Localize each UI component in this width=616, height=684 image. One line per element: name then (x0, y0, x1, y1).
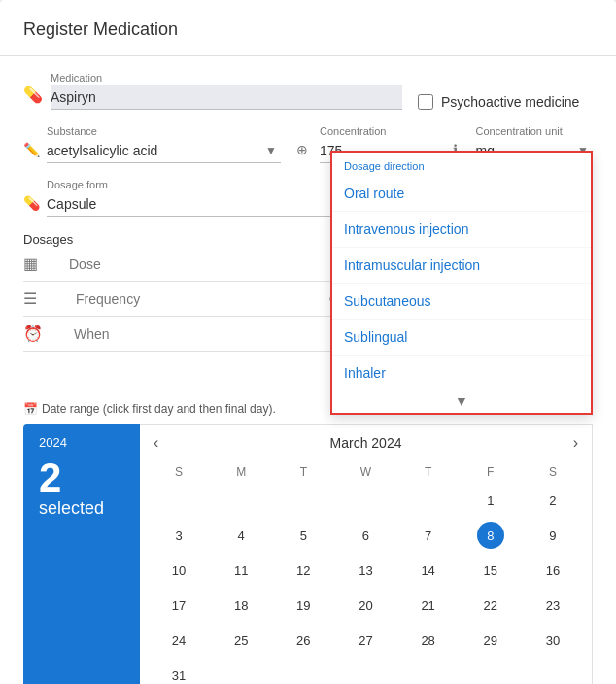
medication-field: Medication 💊 (23, 72, 402, 110)
calendar-day (397, 658, 460, 684)
calendar-day[interactable]: 16 (522, 553, 584, 588)
medication-icon: 💊 (23, 86, 43, 104)
day-header-tue: T (272, 462, 334, 483)
calendar-week-row: 3456789 (148, 518, 584, 553)
calendar-day[interactable]: 27 (334, 623, 396, 658)
dosage-form-icon: 💊 (23, 195, 40, 211)
medication-input[interactable] (51, 86, 402, 110)
calendar-day[interactable]: 5 (272, 518, 334, 553)
calendar-day[interactable]: 24 (148, 623, 210, 658)
frequency-icon: ☰ (23, 290, 37, 308)
concentration-label: Concentration (320, 125, 437, 137)
calendar-day (460, 658, 522, 684)
calendar-day[interactable]: 15 (460, 553, 522, 588)
calendar-day[interactable]: 9 (522, 518, 584, 553)
dialog: Register Medication Medication 💊 Psychoa… (0, 0, 616, 684)
year-label: 2024 (39, 435, 124, 450)
year-selected-panel: 2024 2 selected (23, 424, 140, 684)
calendar-week-row: 31 (148, 658, 584, 684)
dosage-form-label: Dosage form (47, 179, 365, 190)
selected-text: selected (39, 498, 124, 519)
psychoactive-label: Psychoactive medicine (441, 94, 579, 110)
calendar-day[interactable]: 21 (397, 588, 460, 623)
calendar-day[interactable]: 1 (460, 483, 522, 518)
calendar-week-row: 10111213141516 (148, 553, 584, 588)
calendar-day (148, 483, 210, 518)
calendar-week-row: 17181920212223 (148, 588, 584, 623)
calendar-day[interactable]: 31 (148, 658, 210, 684)
calendar-day[interactable]: 17 (148, 588, 210, 623)
direction-item-intramuscular[interactable]: Intramuscular injection (332, 248, 591, 284)
calendar-day (522, 658, 584, 684)
calendar-body: 1234567891011121314151617181920212223242… (148, 483, 584, 684)
calendar-day[interactable]: 22 (460, 588, 522, 623)
substance-field: Substance ✏️ acetylsalicylic acid ▼ (23, 125, 281, 163)
calendar-day[interactable]: 13 (334, 553, 396, 588)
calendar-day (210, 658, 272, 684)
calendar-day[interactable]: 19 (272, 588, 334, 623)
calendar-grid: S M T W T F S 12345678910111213141516171… (148, 462, 584, 684)
calendar-day[interactable]: 6 (334, 518, 396, 553)
conc-unit-label: Concentration unit (476, 125, 594, 137)
calendar-day[interactable]: 2 (522, 483, 584, 518)
calendar-day[interactable]: 3 (148, 518, 210, 553)
dosage-form-select[interactable]: Capsule Tablet Syrup (47, 192, 365, 217)
calendar-icon: 📅 (23, 402, 38, 416)
frequency-label: Frequency (52, 291, 313, 307)
direction-item-subcutaneous[interactable]: Subcutaneous (332, 284, 591, 320)
day-header-mon: M (210, 462, 272, 483)
calendar-day[interactable]: 26 (272, 623, 334, 658)
calendar-day (272, 483, 334, 518)
direction-item-oral[interactable]: Oral route (332, 176, 591, 212)
scroll-down-icon[interactable]: ▼ (332, 390, 591, 413)
calendar-header-row: S M T W T F S (148, 462, 584, 483)
calendar-day[interactable]: 7 (397, 518, 460, 553)
calendar-day[interactable]: 4 (210, 518, 272, 553)
calendar-week-row: 12 (148, 483, 584, 518)
calendar-day (334, 658, 396, 684)
calendar-main: ‹ March 2024 › S M T W T F S (140, 424, 593, 684)
prev-month-button[interactable]: ‹ (148, 432, 164, 454)
substance-select[interactable]: acetylsalicylic acid (47, 139, 281, 163)
calendar-day[interactable]: 12 (272, 553, 334, 588)
substance-label: Substance (47, 125, 281, 137)
dosage-direction-dropdown: Dosage direction Oral route Intravenous … (330, 151, 593, 415)
calendar-day[interactable]: 28 (397, 623, 460, 658)
substance-icon: ✏️ (23, 142, 40, 157)
direction-item-inhaler[interactable]: Inhaler (332, 356, 591, 390)
calendar-wrapper: 2024 2 selected ‹ March 2024 › S M T (23, 424, 593, 684)
medication-label: Medication (51, 72, 402, 84)
dosage-direction-list: Oral route Intravenous injection Intramu… (332, 176, 591, 390)
direction-item-intravenous[interactable]: Intravenous injection (332, 212, 591, 248)
day-header-fri: F (460, 462, 522, 483)
calendar-day[interactable]: 25 (210, 623, 272, 658)
month-title: March 2024 (330, 435, 402, 451)
calendar-day[interactable]: 23 (522, 588, 584, 623)
when-icon: ⏰ (23, 325, 43, 343)
day-header-sun: S (148, 462, 210, 483)
next-month-button[interactable]: › (567, 432, 584, 454)
calendar-day[interactable]: 29 (460, 623, 522, 658)
calendar-week-row: 24252627282930 (148, 623, 584, 658)
day-header-wed: W (334, 462, 396, 483)
psychoactive-row: Psychoactive medicine (418, 79, 593, 110)
selected-count: 2 (39, 458, 124, 498)
day-header-sat: S (522, 462, 584, 483)
calendar-day[interactable]: 10 (148, 553, 210, 588)
dose-icon: ▦ (23, 255, 38, 273)
calendar-day (272, 658, 334, 684)
medication-row: Medication 💊 Psychoactive medicine (23, 72, 593, 110)
calendar-day[interactable]: 11 (210, 553, 272, 588)
calendar-day[interactable]: 8 (460, 518, 522, 553)
psychoactive-checkbox[interactable] (418, 94, 433, 110)
calendar-day[interactable]: 18 (210, 588, 272, 623)
dialog-title: Register Medication (0, 0, 616, 56)
calendar-header: ‹ March 2024 › (148, 432, 584, 454)
calendar-day (334, 483, 396, 518)
dosage-direction-label: Dosage direction (332, 153, 591, 176)
dosage-form-field: Dosage form 💊 Capsule Tablet Syrup ▼ (23, 179, 365, 217)
direction-item-sublingual[interactable]: Sublingual (332, 320, 591, 356)
calendar-day[interactable]: 14 (397, 553, 460, 588)
calendar-day[interactable]: 20 (334, 588, 396, 623)
calendar-day[interactable]: 30 (522, 623, 584, 658)
